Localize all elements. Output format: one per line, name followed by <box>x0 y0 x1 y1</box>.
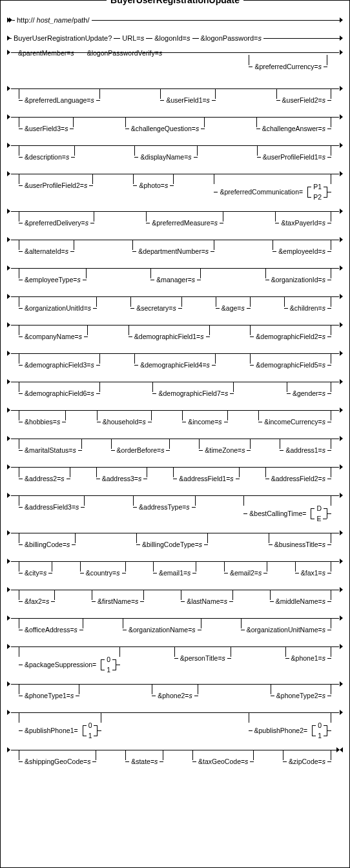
param-timeZone: &timeZone=s <box>199 436 251 454</box>
param-challengeQuestion: &challengeQuestion=s <box>125 114 205 132</box>
param-label: &fax1= <box>301 569 322 577</box>
param-label: &userField2= <box>282 96 322 104</box>
url-param: URL= <box>122 34 140 42</box>
param-userField2: &userField2=s <box>276 86 331 104</box>
param-label: &address1= <box>285 446 322 454</box>
param-label: &email1= <box>159 569 187 577</box>
param-label: &gender= <box>293 389 322 397</box>
param-demographicField6: &demographicField6=s <box>19 379 100 397</box>
choice-p2: P2 <box>311 193 324 201</box>
param-phoneType1: &phoneType1=s <box>19 681 79 699</box>
param-shippingGeoCode: &shippingGeoCode=s <box>19 747 96 765</box>
choice-v0: 0 <box>87 721 94 729</box>
param-addressField2: &addressField2=s <box>265 464 331 482</box>
param-businessTitle: &businessTitle=s <box>269 530 331 548</box>
param-row: &phoneType1=s&phone2=s&phoneType2=s <box>7 681 343 705</box>
param-preferredCommunication: &preferredCommunication=P1P2 <box>214 171 331 202</box>
param-label: &challengeQuestion= <box>131 125 196 132</box>
param-packageSuppression: &packageSuppression=01 <box>19 644 120 675</box>
choice-p1: P1 <box>311 183 324 191</box>
param-preferredDelivery: &preferredDelivery=s <box>19 209 94 227</box>
param-label: &demographicField6= <box>25 389 90 397</box>
param-row: &preferredLanguage=s&userField1=s&userFi… <box>7 86 343 109</box>
param-label: &userField3= <box>25 125 65 132</box>
param-demographicField7: &demographicField7=s <box>152 379 234 397</box>
param-gender: &gender=s <box>287 379 331 397</box>
param-label: &userField1= <box>166 96 206 104</box>
param-label: &addressField1= <box>179 475 230 482</box>
param-label: &organizationUnitName= <box>247 626 322 634</box>
param-label: &household= <box>103 418 143 426</box>
logonid-param: &logonId= <box>154 34 187 42</box>
param-lastName: &lastName=s <box>181 587 233 605</box>
param-state: &state=s <box>125 747 163 765</box>
param-maritalStatus: &maritalStatus=s <box>19 436 82 454</box>
param-row: &alternateId=s&departmentNumber=s&employ… <box>7 237 343 260</box>
param-address3: &address3=s <box>96 464 148 482</box>
param-userProfileField1: &userProfileField1=s <box>257 143 331 161</box>
param-label: &country= <box>86 569 117 577</box>
param-label: &age= <box>221 304 242 312</box>
param-label: &shippingGeoCode= <box>25 758 87 765</box>
param-label: &secretary= <box>136 304 172 312</box>
param-label: &zipCode= <box>289 758 322 765</box>
param-preferredMeasure: &preferredMeasure=s <box>146 209 223 227</box>
param-household: &household=s <box>97 408 152 426</box>
param-label: &incomeCurrency= <box>264 418 322 426</box>
param-label: &lastName= <box>187 597 223 605</box>
param-label: &preferredDelivery= <box>25 219 85 227</box>
choice-v1: 1 <box>105 666 112 674</box>
param-label: &address2= <box>25 475 61 482</box>
param-label: &demographicField1= <box>134 333 200 340</box>
param-organizationId: &organizationId=s <box>265 265 331 284</box>
param-zipCode: &zipCode=s <box>283 747 331 765</box>
cmd-name: BuyerUserRegistrationUpdate? <box>12 34 114 42</box>
param-label: &addressType= <box>139 503 186 511</box>
param-photo: &photo=s <box>133 171 174 202</box>
param-addressField1: &addressField1=s <box>173 464 239 482</box>
param-label: &description= <box>25 153 66 161</box>
param-label: &businessTitle= <box>274 541 322 548</box>
param-row: &city=s&country=s&email1=s&email2=s&fax1… <box>7 559 343 582</box>
param-alternateId: &alternateId=s <box>19 237 74 255</box>
param-label: &alternateId= <box>25 247 65 255</box>
param-organizationName: &organizationName=s <box>123 615 201 634</box>
param-publishPhone1: &publishPhone1=01 <box>19 710 101 741</box>
param-manager: &manager=s <box>150 265 201 284</box>
param-incomeCurrency: &incomeCurrency=s <box>258 408 331 426</box>
param-label: &demographicField2= <box>256 333 322 340</box>
param-label: &billingCodeType= <box>142 541 199 548</box>
param-age: &age=s <box>216 294 251 312</box>
param-phoneType2: &phoneType2=s <box>271 681 331 699</box>
param-demographicField1: &demographicField1=s <box>129 322 210 340</box>
param-label: &demographicField5= <box>256 361 322 369</box>
param-demographicField3: &demographicField3=s <box>19 351 100 369</box>
param-organizationUnitId: &organizationUnitId=s <box>19 294 97 312</box>
param-label: &userProfileField2= <box>25 181 84 189</box>
param-label: &challengeAnswer= <box>262 125 322 132</box>
choice-v1: 1 <box>316 732 324 739</box>
param-label: &demographicField7= <box>158 389 224 397</box>
param-label: &children= <box>290 304 322 312</box>
param-label: &addressField2= <box>271 475 322 482</box>
param-row: &publishPhone1=01&publishPhone2=01 <box>7 710 343 742</box>
param-row: &hobbies=s&household=s&income=s&incomeCu… <box>7 408 343 431</box>
param-label: &fax2= <box>25 597 46 605</box>
param-label: &phoneType1= <box>25 692 70 699</box>
param-label: &income= <box>188 418 218 426</box>
param-addressType: &addressType=s <box>133 493 196 524</box>
param-email1: &email1=s <box>153 559 196 577</box>
param-row: &packageSuppression=01&personTitle=s&pho… <box>7 644 343 676</box>
param-label: &organizationUnitId= <box>25 304 88 312</box>
param-demographicField5: &demographicField5=s <box>250 351 331 369</box>
diagram-content: http://host_name/path/ BuyerUserRegistra… <box>1 1 349 782</box>
choice-v0: 0 <box>316 721 324 729</box>
url-prefix: http:// <box>15 16 37 24</box>
param-hobbies: &hobbies=s <box>19 408 66 426</box>
param-label: &companyName= <box>25 333 79 340</box>
url-row: http://host_name/path/ <box>7 14 343 26</box>
param-label: &maritalStatus= <box>25 446 72 454</box>
diagram-title: BuyerUserRegistrationUpdate <box>107 0 243 5</box>
param-label: &manager= <box>156 276 192 284</box>
param-label: &demographicField4= <box>140 361 206 369</box>
